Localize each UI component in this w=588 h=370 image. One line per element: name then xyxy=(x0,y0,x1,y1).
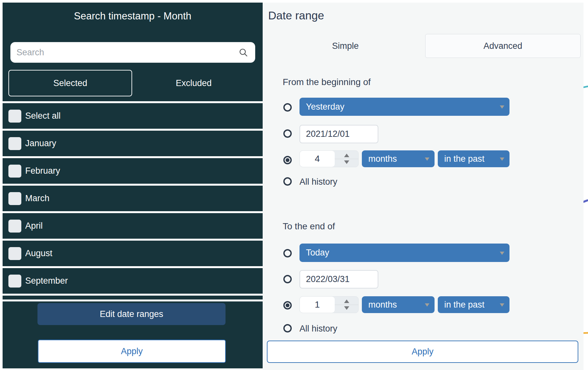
checkbox-march[interactable] xyxy=(8,192,21,205)
dropdown-end-preset[interactable]: Today xyxy=(299,244,509,262)
radio-start-all-history[interactable] xyxy=(283,177,292,186)
dropdown-unit-start[interactable]: months xyxy=(362,150,435,167)
radio-end-date[interactable] xyxy=(283,275,292,283)
list-row-month[interactable]: August xyxy=(3,241,263,266)
tab-simple[interactable]: Simple xyxy=(295,34,396,58)
spinner xyxy=(335,297,358,313)
tab-advanced[interactable]: Advanced xyxy=(425,34,581,58)
dropdown-direction-end[interactable]: in the past xyxy=(438,296,509,313)
section-heading-from: From the beginning of xyxy=(283,77,371,87)
list-row-partial xyxy=(3,296,263,299)
list-label: Select all xyxy=(25,111,61,121)
dropdown-direction-start[interactable]: in the past xyxy=(438,150,509,167)
list-label: March xyxy=(25,193,49,203)
spinner-down-icon[interactable] xyxy=(344,306,349,310)
all-history-label: All history xyxy=(299,324,337,334)
dropdown-value: Today xyxy=(306,248,329,258)
number-stepper-end[interactable]: 1 xyxy=(299,296,359,313)
checkbox-select-all[interactable] xyxy=(8,110,21,123)
spinner-down-icon[interactable] xyxy=(344,160,349,164)
list-row-month[interactable]: September xyxy=(3,268,263,294)
edit-date-ranges-button[interactable]: Edit date ranges xyxy=(37,303,226,325)
caret-down-icon xyxy=(500,303,504,307)
checkbox-february[interactable] xyxy=(8,165,21,178)
all-history-label: All history xyxy=(299,177,337,187)
date-input-start[interactable]: 2021/12/01 xyxy=(299,125,378,143)
date-value: 2022/03/31 xyxy=(306,274,350,284)
dropdown-value: in the past xyxy=(444,300,485,310)
date-value: 2021/12/01 xyxy=(306,129,350,139)
apply-button-right[interactable]: Apply xyxy=(267,341,578,363)
search-input[interactable] xyxy=(10,42,255,63)
dropdown-unit-end[interactable]: months xyxy=(362,296,435,313)
tab-selected[interactable]: Selected xyxy=(8,70,132,96)
list-row-month[interactable]: January xyxy=(3,131,263,156)
date-input-end[interactable]: 2022/03/31 xyxy=(299,270,378,288)
radio-end-relative[interactable] xyxy=(283,301,292,310)
search-field-wrap xyxy=(10,42,255,63)
panel-title: Search timestamp - Month xyxy=(3,10,263,22)
caret-down-icon xyxy=(500,252,504,255)
checkbox-august[interactable] xyxy=(8,247,21,260)
list-label: August xyxy=(25,248,52,258)
number-value[interactable]: 4 xyxy=(300,151,335,167)
list-label: February xyxy=(25,166,60,176)
list-label: January xyxy=(25,138,56,148)
filter-panel: Search timestamp - Month Selected Exclud… xyxy=(3,3,263,368)
date-range-panel: Date range Simple Advanced From the begi… xyxy=(263,3,583,370)
caret-down-icon xyxy=(425,158,429,161)
list-row-month[interactable]: April xyxy=(3,213,263,239)
spinner-up-icon[interactable] xyxy=(344,299,349,303)
list-row-month[interactable]: March xyxy=(3,186,263,211)
chart-line-fragment-teal xyxy=(583,85,588,88)
dropdown-start-preset[interactable]: Yesterday xyxy=(299,98,509,116)
date-filter-modal: Search timestamp - Month Selected Exclud… xyxy=(0,0,588,370)
spinner-up-icon[interactable] xyxy=(344,154,349,157)
tab-excluded[interactable]: Excluded xyxy=(132,70,255,96)
radio-start-relative[interactable] xyxy=(283,156,292,164)
page-title: Date range xyxy=(268,9,324,22)
checkbox-april[interactable] xyxy=(8,220,21,233)
caret-down-icon xyxy=(500,105,504,109)
dropdown-value: in the past xyxy=(444,154,485,164)
number-value[interactable]: 1 xyxy=(300,297,335,313)
radio-end-all-history[interactable] xyxy=(283,324,292,332)
list-label: September xyxy=(25,276,68,286)
caret-down-icon xyxy=(425,303,429,307)
section-heading-to: To the end of xyxy=(283,221,335,232)
spinner xyxy=(335,151,358,167)
dropdown-value: months xyxy=(368,300,397,310)
checkbox-september[interactable] xyxy=(8,275,21,288)
radio-start-preset[interactable] xyxy=(283,103,292,112)
radio-start-date[interactable] xyxy=(283,129,292,138)
radio-end-preset[interactable] xyxy=(283,249,292,257)
month-list: Select all January February March April … xyxy=(3,101,263,301)
number-stepper-start[interactable]: 4 xyxy=(299,150,359,167)
list-row-month[interactable]: February xyxy=(3,158,263,184)
list-label: April xyxy=(25,221,43,231)
list-row-select-all[interactable]: Select all xyxy=(3,103,263,129)
search-icon xyxy=(238,48,248,57)
selection-tabs: Selected Excluded xyxy=(3,70,263,96)
apply-button-left[interactable]: Apply xyxy=(38,340,226,363)
checkbox-january[interactable] xyxy=(8,137,21,150)
dropdown-value: months xyxy=(368,154,397,164)
caret-down-icon xyxy=(500,158,504,161)
dropdown-value: Yesterday xyxy=(306,102,344,112)
